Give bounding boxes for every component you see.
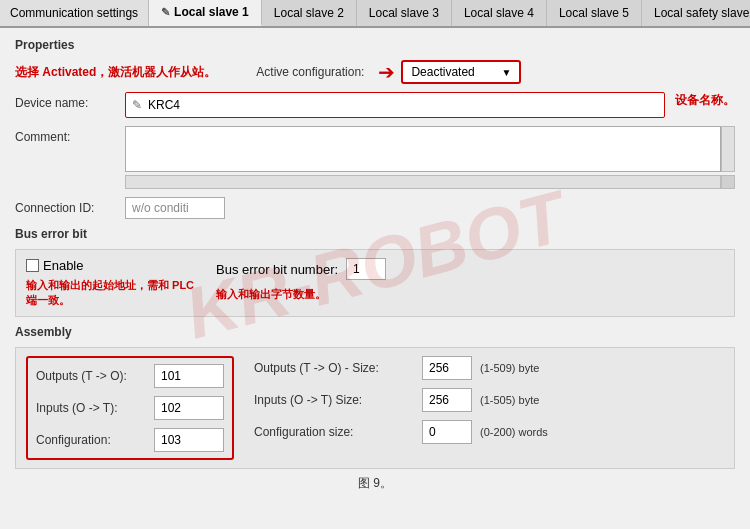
assembly-right-col: Outputs (T -> O) - Size: (1-509) byte In… — [254, 356, 724, 460]
active-config-row: 选择 Activated，激活机器人作从站。 Active configurat… — [15, 60, 735, 84]
byte-count-annotation: 输入和输出字节数量。 — [216, 286, 724, 302]
tab-label: Communication settings — [10, 6, 138, 20]
bus-annotation-text: 输入和输出的起始地址，需和 PLC 端一致。 — [26, 279, 194, 306]
config-size-input[interactable] — [422, 420, 472, 444]
tab-label: Local slave 4 — [464, 6, 534, 20]
inputs-size-hint: (1-505) byte — [480, 394, 539, 406]
inputs-size-label: Inputs (O -> T) Size: — [254, 393, 414, 407]
inputs-size-input[interactable] — [422, 388, 472, 412]
byte-count-annotation-text: 输入和输出字节数量。 — [216, 288, 326, 300]
properties-label: Properties — [15, 38, 735, 52]
enable-checkbox[interactable] — [26, 259, 39, 272]
assembly-grid: Outputs (T -> O): Inputs (O -> T): Confi… — [26, 356, 724, 460]
tab-local-slave-4[interactable]: Local slave 4 — [452, 0, 547, 26]
bit-number-label: Bus error bit number: — [216, 262, 338, 277]
tab-local-slave-1[interactable]: ✎ Local slave 1 — [149, 0, 262, 26]
horizontal-scrollbar[interactable] — [125, 175, 721, 189]
outputs-label: Outputs (T -> O): — [36, 369, 146, 383]
tab-local-safety-slave[interactable]: Local safety slave — [642, 0, 750, 26]
outputs-size-row: Outputs (T -> O) - Size: (1-509) byte — [254, 356, 724, 380]
assembly-label: Assembly — [15, 325, 735, 339]
tab-label: Local slave 5 — [559, 6, 629, 20]
chevron-down-icon: ▼ — [502, 67, 512, 78]
activate-annotation: 选择 Activated，激活机器人作从站。 — [15, 64, 216, 81]
properties-section: Properties 选择 Activated，激活机器人作从站。 Active… — [15, 38, 735, 219]
inputs-size-row: Inputs (O -> T) Size: (1-505) byte — [254, 388, 724, 412]
arrow-icon: ➔ — [378, 60, 395, 84]
tab-local-slave-2[interactable]: Local slave 2 — [262, 0, 357, 26]
main-content: Properties 选择 Activated，激活机器人作从站。 Active… — [0, 28, 750, 502]
dropdown-value: Deactivated — [411, 65, 474, 79]
pencil-icon: ✎ — [161, 6, 170, 19]
tab-label: Local slave 3 — [369, 6, 439, 20]
connection-id-label: Connection ID: — [15, 197, 125, 215]
bus-right: Bus error bit number: 输入和输出字节数量。 — [216, 258, 724, 302]
config-size-label: Configuration size: — [254, 425, 414, 439]
comment-row: Comment: — [15, 126, 735, 189]
active-config-label: Active configuration: — [256, 65, 364, 79]
connection-id-row: Connection ID: — [15, 197, 735, 219]
config-size-row: Configuration size: (0-200) words — [254, 420, 724, 444]
figure-caption: 图 9。 — [15, 475, 735, 492]
inputs-input[interactable] — [154, 396, 224, 420]
tab-label: Local safety slave — [654, 6, 749, 20]
outputs-size-hint: (1-509) byte — [480, 362, 539, 374]
tab-bar: Communication settings ✎ Local slave 1 L… — [0, 0, 750, 28]
active-config-dropdown[interactable]: Deactivated ▼ — [401, 60, 521, 84]
comment-label: Comment: — [15, 126, 125, 144]
comment-textarea-wrapper — [125, 126, 735, 189]
assembly-left-col: Outputs (T -> O): Inputs (O -> T): Confi… — [26, 356, 234, 460]
device-name-annotation: 设备名称。 — [675, 92, 735, 109]
outputs-size-label: Outputs (T -> O) - Size: — [254, 361, 414, 375]
config-input[interactable] — [154, 428, 224, 452]
tab-local-slave-5[interactable]: Local slave 5 — [547, 0, 642, 26]
assembly-outputs-row: Outputs (T -> O): — [36, 364, 224, 388]
tab-label: Local slave 1 — [174, 5, 249, 19]
bus-section-inner: Enable 输入和输出的起始地址，需和 PLC 端一致。 Bus error … — [15, 249, 735, 317]
bus-annotation: 输入和输出的起始地址，需和 PLC 端一致。 — [26, 277, 206, 308]
assembly-inner: Outputs (T -> O): Inputs (O -> T): Confi… — [15, 347, 735, 469]
pencil-icon: ✎ — [132, 98, 142, 112]
vertical-scrollbar[interactable] — [721, 126, 735, 172]
bus-left: Enable 输入和输出的起始地址，需和 PLC 端一致。 — [26, 258, 206, 308]
device-name-field[interactable]: ✎ — [125, 92, 665, 118]
outputs-size-input[interactable] — [422, 356, 472, 380]
assembly-section: Assembly Outputs (T -> O): Inputs (O -> … — [15, 325, 735, 469]
assembly-inputs-row: Inputs (O -> T): — [36, 396, 224, 420]
device-name-row: Device name: ✎ 设备名称。 — [15, 92, 735, 118]
inputs-label: Inputs (O -> T): — [36, 401, 146, 415]
bit-number-row: Bus error bit number: — [216, 258, 724, 280]
scrollbar-corner — [721, 175, 735, 189]
bit-number-input[interactable] — [346, 258, 386, 280]
connection-id-input[interactable] — [125, 197, 225, 219]
tab-local-slave-3[interactable]: Local slave 3 — [357, 0, 452, 26]
tab-label: Local slave 2 — [274, 6, 344, 20]
comment-textarea[interactable] — [125, 126, 721, 172]
device-name-label: Device name: — [15, 92, 125, 110]
config-size-hint: (0-200) words — [480, 426, 548, 438]
assembly-config-row: Configuration: — [36, 428, 224, 452]
outputs-input[interactable] — [154, 364, 224, 388]
tab-communication-settings[interactable]: Communication settings — [0, 0, 149, 26]
enable-label: Enable — [43, 258, 83, 273]
enable-row: Enable — [26, 258, 206, 273]
device-name-input[interactable] — [148, 98, 658, 112]
bus-error-label: Bus error bit — [15, 227, 735, 241]
config-label: Configuration: — [36, 433, 146, 447]
bus-error-section: Bus error bit Enable 输入和输出的起始地址，需和 PLC 端… — [15, 227, 735, 317]
